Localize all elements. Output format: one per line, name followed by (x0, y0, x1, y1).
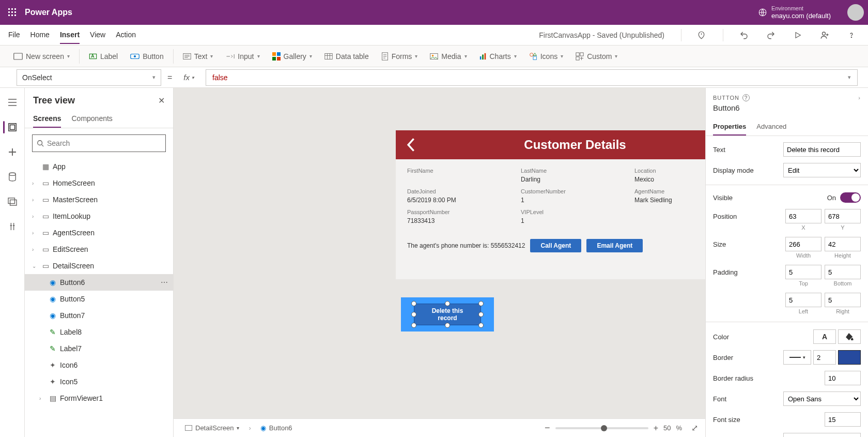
forms-dropdown[interactable]: Forms▾ (376, 49, 423, 64)
resize-handle[interactable] (478, 323, 484, 328)
prop-pos-y[interactable] (825, 209, 861, 223)
menu-home[interactable]: Home (30, 26, 50, 44)
fit-icon[interactable]: ⤢ (691, 423, 698, 433)
resize-handle[interactable] (445, 301, 450, 306)
canvas[interactable]: Customer Details FirstName LastNameDarli… (174, 88, 705, 437)
prop-pos-x[interactable] (785, 209, 822, 223)
more-icon[interactable]: ⋯ (161, 278, 168, 287)
prop-font-color[interactable]: A (813, 329, 836, 344)
search-input[interactable] (47, 139, 161, 147)
tree-screen-master[interactable]: ›▭MasterScreen (25, 191, 173, 208)
tab-screens[interactable]: Screens (33, 110, 61, 128)
tree-screen-home[interactable]: ›▭HomeScreen (25, 175, 173, 191)
zoom-out-icon[interactable]: − (545, 423, 550, 433)
rail-media-icon[interactable] (2, 191, 23, 212)
delete-record-button[interactable]: Delete this record (414, 304, 481, 325)
share-icon[interactable] (816, 27, 833, 43)
tree-icon6[interactable]: ✦Icon6 (25, 357, 173, 373)
menu-insert[interactable]: Insert (60, 26, 80, 44)
prop-size-w[interactable] (785, 237, 822, 251)
tree-label8[interactable]: ✎Label8 (25, 324, 173, 340)
tree-label7[interactable]: ✎Label7 (25, 340, 173, 357)
resize-handle[interactable] (478, 312, 484, 317)
prop-pad-top[interactable] (785, 265, 822, 279)
breadcrumb-screen[interactable]: DetailScreen▾ (181, 422, 243, 434)
tree-button5[interactable]: ◉Button5 (25, 291, 173, 307)
call-agent-button[interactable]: Call Agent (530, 239, 581, 252)
label-button[interactable]: Label (84, 49, 123, 64)
tree-app[interactable]: ▦App (25, 158, 173, 175)
tree-button7[interactable]: ◉Button7 (25, 307, 173, 324)
datatable-button[interactable]: Data table (319, 49, 374, 64)
button-button[interactable]: Button (125, 49, 168, 64)
back-icon[interactable] (406, 138, 416, 152)
prop-border-width[interactable] (813, 350, 836, 365)
tree-screen-itemlookup[interactable]: ›▭ItemLookup (25, 208, 173, 224)
undo-icon[interactable] (736, 27, 752, 43)
menu-view[interactable]: View (90, 26, 105, 44)
zoom-in-icon[interactable]: + (654, 424, 658, 433)
rail-insert-icon[interactable] (2, 142, 23, 162)
prop-pad-right[interactable] (825, 293, 861, 307)
charts-dropdown[interactable]: Charts▾ (474, 49, 522, 64)
tree-screen-detail[interactable]: ⌄▭DetailScreen (25, 258, 173, 274)
play-icon[interactable] (789, 27, 806, 43)
formula-input[interactable]: false ▾ (206, 69, 858, 86)
rail-hamburger-icon[interactable] (2, 92, 23, 113)
prop-pad-bottom[interactable] (825, 265, 861, 279)
tree-formviewer1[interactable]: ›▤FormViewer1 (25, 390, 173, 406)
prop-fill-color[interactable] (838, 329, 861, 344)
resize-handle[interactable] (478, 301, 484, 306)
waffle-icon[interactable] (4, 4, 21, 21)
prop-font-size[interactable] (825, 412, 861, 427)
media-dropdown[interactable]: Media▾ (425, 49, 472, 64)
icons-dropdown[interactable]: Icons▾ (524, 49, 568, 64)
prop-pad-left[interactable] (785, 293, 822, 307)
resize-handle[interactable] (411, 312, 416, 317)
zoom-slider[interactable] (555, 427, 648, 429)
prop-text-input[interactable] (783, 142, 861, 157)
input-dropdown[interactable]: Input▾ (220, 49, 265, 64)
prop-border-radius[interactable] (825, 371, 861, 385)
redo-icon[interactable] (763, 27, 779, 43)
props-tab-advanced[interactable]: Advanced (756, 118, 786, 135)
email-agent-button[interactable]: Email Agent (586, 239, 643, 252)
app-checker-icon[interactable] (694, 27, 710, 43)
prop-font-weight[interactable]: Semibold (783, 433, 861, 437)
tree-screen-edit[interactable]: ›▭EditScreen (25, 241, 173, 258)
breadcrumb-control[interactable]: ◉Button6 (256, 422, 297, 434)
prop-visible-toggle[interactable] (840, 192, 861, 203)
info-icon[interactable]: ? (742, 94, 750, 101)
rail-tools-icon[interactable] (2, 216, 23, 237)
tab-components[interactable]: Components (71, 110, 112, 128)
prop-border-style[interactable]: ▾ (783, 350, 811, 365)
selection-outline[interactable]: Delete this record (401, 297, 494, 331)
rail-data-icon[interactable] (2, 167, 23, 187)
environment-picker[interactable]: Environment enayu.com (default) (758, 5, 831, 20)
props-tab-properties[interactable]: Properties (713, 118, 746, 135)
prop-displaymode-select[interactable]: Edit (783, 163, 861, 177)
fx-label[interactable]: fx▾ (178, 73, 199, 82)
tree-button6[interactable]: ◉Button6⋯ (25, 274, 173, 291)
chevron-right-icon[interactable]: › (858, 95, 861, 101)
menu-file[interactable]: File (8, 26, 20, 44)
prop-font-select[interactable]: Open Sans (783, 391, 861, 406)
avatar[interactable] (847, 4, 864, 21)
prop-border-color[interactable] (838, 350, 861, 365)
gallery-dropdown[interactable]: Gallery▾ (267, 49, 317, 64)
menu-action[interactable]: Action (116, 26, 136, 44)
resize-handle[interactable] (411, 301, 416, 306)
close-icon[interactable]: ✕ (158, 96, 165, 106)
text-dropdown[interactable]: Text▾ (178, 49, 219, 64)
rail-tree-icon[interactable] (2, 117, 23, 138)
tree-icon5[interactable]: ✦Icon5 (25, 373, 173, 390)
tree-screen-agent[interactable]: ›▭AgentScreen (25, 224, 173, 241)
property-dropdown[interactable]: OnSelect▾ (17, 69, 161, 86)
help-icon[interactable] (843, 27, 860, 43)
tree-search[interactable] (32, 134, 166, 152)
prop-size-h[interactable] (825, 237, 861, 251)
resize-handle[interactable] (411, 323, 416, 328)
resize-handle[interactable] (445, 323, 450, 328)
new-screen-button[interactable]: New screen▾ (8, 49, 75, 64)
custom-dropdown[interactable]: Custom▾ (570, 49, 623, 64)
